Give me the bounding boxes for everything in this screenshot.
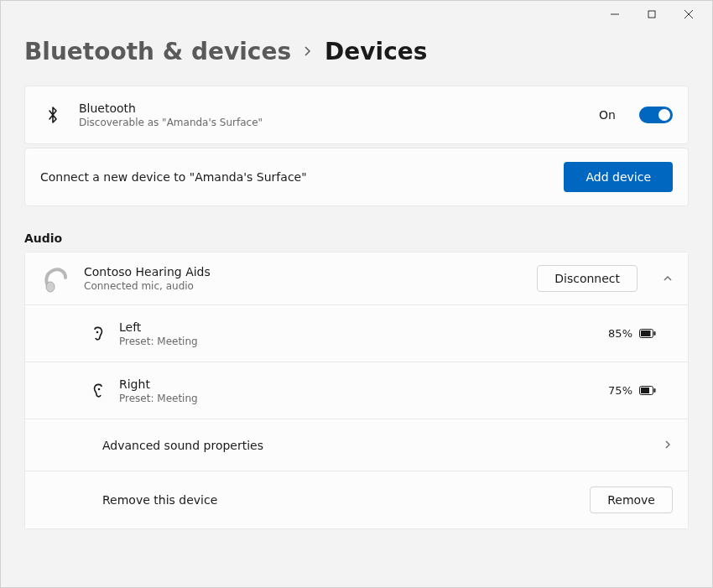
minimize-icon	[611, 10, 619, 18]
left-ear-preset: Preset: Meeting	[119, 336, 596, 347]
page-content: Bluetooth & devices Devices Bluetooth Di…	[1, 38, 712, 553]
svg-rect-7	[654, 331, 656, 336]
close-icon	[684, 10, 693, 18]
chevron-up-icon[interactable]	[663, 271, 673, 287]
chevron-right-icon	[663, 437, 673, 453]
right-ear-label: Right	[119, 377, 596, 391]
svg-rect-8	[641, 330, 651, 336]
left-ear-row[interactable]: Left Preset: Meeting 85%	[25, 305, 688, 362]
close-button[interactable]	[670, 2, 707, 27]
disconnect-button[interactable]: Disconnect	[537, 265, 638, 292]
left-ear-battery: 85%	[608, 327, 673, 340]
svg-point-4	[46, 282, 55, 292]
svg-point-9	[98, 388, 101, 390]
remove-device-label: Remove this device	[102, 493, 590, 507]
right-ear-row[interactable]: Right Preset: Meeting 75%	[25, 362, 688, 419]
breadcrumb-parent[interactable]: Bluetooth & devices	[24, 38, 291, 65]
device-status: Connected mic, audio	[84, 280, 525, 292]
svg-rect-11	[654, 388, 656, 393]
breadcrumb: Bluetooth & devices Devices	[24, 38, 689, 65]
device-header-row[interactable]: Contoso Hearing Aids Connected mic, audi…	[25, 252, 688, 305]
svg-point-5	[96, 330, 99, 333]
advanced-sound-row[interactable]: Advanced sound properties	[25, 419, 688, 471]
remove-device-row: Remove this device Remove	[25, 471, 688, 528]
bluetooth-toggle-label: On	[599, 108, 616, 122]
breadcrumb-current: Devices	[325, 38, 427, 65]
device-name: Contoso Hearing Aids	[84, 265, 525, 278]
settings-window: Bluetooth & devices Devices Bluetooth Di…	[0, 0, 713, 588]
audio-section-title: Audio	[24, 232, 689, 245]
svg-rect-12	[641, 388, 649, 393]
hearing-aid-icon	[40, 263, 72, 294]
maximize-button[interactable]	[633, 2, 670, 27]
ear-right-icon	[89, 383, 107, 398]
right-battery-percent: 75%	[608, 384, 632, 397]
chevron-right-icon	[303, 44, 313, 60]
add-device-button[interactable]: Add device	[564, 162, 673, 192]
right-ear-battery: 75%	[608, 384, 673, 397]
connect-device-text: Connect a new device to "Amanda's Surfac…	[40, 170, 550, 184]
add-device-card: Connect a new device to "Amanda's Surfac…	[24, 148, 689, 206]
bluetooth-subtitle: Discoverable as "Amanda's Surface"	[79, 117, 585, 128]
battery-icon	[639, 386, 656, 395]
right-ear-preset: Preset: Meeting	[119, 393, 596, 404]
advanced-sound-label: Advanced sound properties	[102, 439, 663, 452]
ear-left-icon	[89, 326, 107, 341]
left-battery-percent: 85%	[608, 327, 632, 340]
bluetooth-icon	[40, 106, 65, 124]
window-titlebar	[1, 1, 712, 28]
battery-icon	[639, 329, 656, 338]
left-ear-label: Left	[119, 320, 596, 334]
minimize-button[interactable]	[596, 2, 633, 27]
bluetooth-text: Bluetooth Discoverable as "Amanda's Surf…	[79, 101, 585, 128]
bluetooth-toggle[interactable]	[639, 107, 673, 123]
bluetooth-title: Bluetooth	[79, 101, 585, 115]
svg-rect-1	[648, 11, 655, 18]
bluetooth-card: Bluetooth Discoverable as "Amanda's Surf…	[24, 86, 689, 144]
device-group: Contoso Hearing Aids Connected mic, audi…	[24, 252, 689, 529]
maximize-icon	[648, 10, 656, 18]
remove-button[interactable]: Remove	[590, 487, 673, 513]
